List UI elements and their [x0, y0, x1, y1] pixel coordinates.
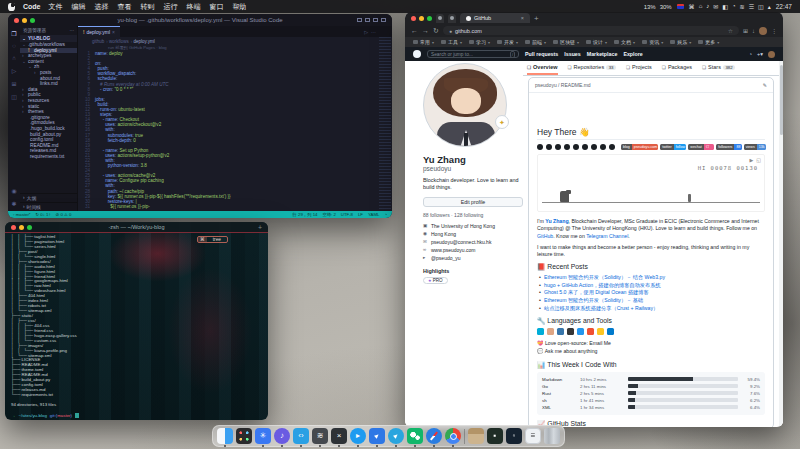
recent-post-link[interactable]: Ghost 5.0 来了，使用 Digital Ocean 搭建博客 — [537, 289, 765, 297]
menu-item[interactable]: 窗口 — [210, 2, 224, 12]
maximize-button[interactable] — [427, 16, 432, 21]
bookmark-folder[interactable]: 开发▾ — [497, 39, 518, 45]
profile-tab[interactable]: Overview — [527, 64, 558, 75]
breadcrumb-item[interactable]: deploy.yml — [131, 39, 155, 44]
close-button[interactable] — [14, 18, 19, 23]
menu-status-icon[interactable]: ☰ — [749, 3, 754, 10]
search-icon[interactable]: ◌ — [10, 43, 18, 49]
outline-section[interactable]: ›大纲 — [20, 193, 77, 202]
dock-item[interactable] — [464, 429, 465, 444]
shield-badge[interactable]: twitterfollow — [660, 144, 686, 150]
downloads-icon[interactable]: ↓ — [752, 28, 755, 34]
indent-indicator[interactable]: 空格: 2 — [322, 212, 335, 217]
source-control-icon[interactable]: ⑃ — [10, 55, 18, 61]
explorer-more-icon[interactable]: ⋯ — [69, 28, 74, 33]
bookmark-folder[interactable]: 前端▾ — [525, 39, 546, 45]
social-icon[interactable] — [591, 144, 597, 150]
editor-tab-deploy-yml[interactable]: ! deploy.yml × — [78, 26, 120, 37]
forward-icon[interactable]: → — [422, 27, 429, 34]
reload-icon[interactable]: ↻ — [433, 27, 439, 35]
header-nav-item[interactable]: Pull requests — [525, 51, 558, 57]
recent-post-link[interactable]: Ethereum 智能合约开发（Solidity）－ 基础 — [537, 297, 765, 305]
recent-post-link[interactable]: hugo + GitHub Action，搭建你的博客自动发布系统 — [537, 282, 765, 290]
dock-item[interactable]: ◦ — [506, 428, 522, 444]
extensions-icon[interactable]: ⊞ — [743, 27, 748, 34]
apple-menu-icon[interactable] — [8, 3, 15, 11]
social-icon[interactable] — [609, 144, 615, 150]
menu-status-icon[interactable]: ⌂ — [699, 3, 703, 10]
play-icon[interactable]: ▶ — [749, 157, 753, 163]
followers-line[interactable]: 88 followers · 128 following — [423, 212, 523, 218]
dock-item[interactable]: ≋ — [312, 428, 328, 444]
dock-item[interactable] — [468, 428, 484, 444]
menu-item[interactable]: 运行 — [164, 2, 178, 12]
header-nav-item[interactable]: Issues — [564, 51, 581, 57]
status-percent[interactable]: 13% — [644, 4, 656, 10]
code-editor[interactable]: 1name: deploy 2 3on: 4 push: 5 workflow_… — [78, 51, 392, 209]
dock-item[interactable]: × — [331, 428, 347, 444]
profile-tab[interactable]: Packages — [662, 64, 692, 75]
social-icon[interactable] — [582, 144, 588, 150]
terminal-prompt[interactable]: → ~/sites/yu-blog git:(master) — [11, 413, 262, 419]
dock-item[interactable]: ‹› — [293, 428, 309, 444]
dock-item[interactable]: ✳ — [255, 428, 271, 444]
readme-path[interactable]: pseudoyu / README.md — [535, 82, 591, 88]
minimize-button[interactable] — [419, 16, 424, 21]
pinned-tab[interactable] — [436, 14, 444, 23]
timeline-section[interactable]: ›时间线 — [20, 202, 77, 211]
social-icon[interactable] — [573, 144, 579, 150]
header-nav-item[interactable]: Marketplace — [587, 51, 618, 57]
dock-item[interactable] — [407, 428, 423, 444]
menu-item[interactable]: 终端 — [187, 2, 201, 12]
profile-tab[interactable]: Stars382 — [702, 64, 735, 75]
back-icon[interactable]: ← — [411, 27, 418, 34]
sync-indicator[interactable]: ↻ 0↓ 1↑ — [36, 212, 51, 217]
bookmark-folder[interactable]: 设计▾ — [586, 39, 607, 45]
minimize-button[interactable] — [22, 18, 27, 23]
editor-action-icons[interactable]: ▷⋯ — [364, 26, 392, 37]
shield-badge[interactable]: views13k — [744, 144, 766, 150]
bookmark-folder[interactable]: 工具▾ — [441, 39, 462, 45]
browser-menu-icon[interactable]: ⋮ — [771, 27, 777, 34]
profile-detail-row[interactable]: ∞www.pseudoyu.com — [423, 246, 523, 254]
layout-toggle-icons[interactable] — [357, 18, 386, 22]
breadcrumb-item[interactable]: github — [92, 39, 104, 44]
menu-status-icon[interactable]: ◔ — [732, 3, 736, 10]
dino-game-embed[interactable]: ▶◱ HI 00078 00130 — [537, 154, 765, 212]
social-icon[interactable] — [564, 144, 570, 150]
active-app-name[interactable]: Code — [23, 3, 41, 10]
dock-item[interactable] — [445, 428, 461, 444]
bookmark-folder[interactable]: 娱乐▾ — [670, 39, 691, 45]
browser-tab-github[interactable]: GitHub × — [460, 13, 530, 23]
close-button[interactable] — [411, 16, 416, 21]
bookmark-folder[interactable]: 区块链▾ — [553, 39, 579, 45]
vscode-titlebar[interactable]: yu-blog — .github/workflows/deploy.yml —… — [8, 14, 392, 26]
profile-tab[interactable]: Repositories33 — [568, 64, 616, 75]
bookmark-folder[interactable]: 资讯▾ — [642, 39, 663, 45]
bookmark-folder[interactable]: 更多▾ — [698, 39, 719, 45]
menu-status-icon[interactable]: ▴ — [768, 3, 771, 10]
social-icon[interactable] — [600, 144, 606, 150]
encoding-indicator[interactable]: UTF-8 — [341, 212, 353, 217]
minimap[interactable] — [379, 37, 391, 211]
account-icon[interactable]: ◉ — [10, 187, 18, 194]
maximize-button[interactable] — [30, 18, 35, 23]
shield-badge[interactable]: wechat订阅 — [688, 144, 714, 150]
shield-badge[interactable]: followers88 — [716, 144, 742, 150]
breadcrumb-item[interactable]: workflows — [106, 39, 129, 44]
bookmark-folder[interactable]: 文档▾ — [614, 39, 635, 45]
pinned-tab[interactable] — [448, 14, 456, 23]
dock-item[interactable]: ≡ — [525, 428, 541, 444]
status-percent[interactable]: 30% — [660, 4, 672, 10]
menu-status-icon[interactable]: ⌘ — [689, 3, 695, 10]
dock-item[interactable]: ▸ — [350, 428, 366, 444]
menu-status-icon[interactable]: ♪ — [706, 3, 709, 10]
eol-indicator[interactable]: LF — [358, 212, 363, 217]
bookmark-star-icon[interactable]: ☆ — [728, 28, 733, 34]
love-open-source-line[interactable]: 💝 Love open-source: Email Me — [537, 340, 765, 348]
github-logo-icon[interactable] — [413, 50, 421, 58]
recent-post-link[interactable]: Ethereum 智能合约开发（Solidity）－ 结合 Web3.py — [537, 274, 765, 282]
bookmark-folder[interactable]: 学习▾ — [469, 39, 490, 45]
browser-profile-avatar[interactable] — [759, 27, 767, 35]
profile-detail-row[interactable]: ✉pseudoyu@connect.hku.hk — [423, 238, 523, 246]
